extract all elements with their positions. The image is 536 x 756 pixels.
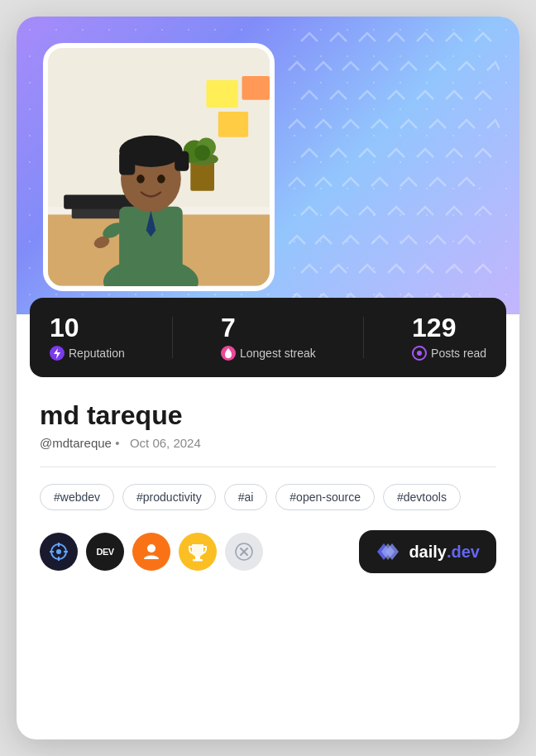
stat-posts: 129 Posts read (412, 314, 486, 361)
profile-name: md tareque (40, 400, 496, 431)
posts-label: Posts read (412, 346, 486, 361)
tags-container: #webdev #productivity #ai #open-source #… (40, 484, 496, 510)
trophy-badge[interactable] (179, 533, 217, 571)
tag-devtools[interactable]: #devtools (383, 484, 461, 510)
profile-info: md tareque @mdtareque • Oct 06, 2024 #we… (17, 394, 519, 739)
stats-bar: 10 Reputation 7 Longest streak (30, 298, 506, 377)
dailydev-daily-label: daily (409, 543, 447, 562)
svg-rect-23 (242, 76, 270, 100)
dailydev-logo[interactable]: daily.dev (359, 530, 496, 573)
streak-value: 7 (221, 314, 236, 341)
tag-ai[interactable]: #ai (224, 484, 268, 510)
svg-rect-24 (218, 112, 248, 137)
dailydev-brand-text: daily.dev (409, 543, 480, 562)
reputation-value: 10 (50, 314, 79, 341)
dev-badge[interactable]: DEV (86, 533, 124, 571)
x-badge[interactable] (225, 533, 263, 571)
svg-marker-25 (54, 348, 60, 359)
dailydev-chevron-icon (376, 540, 402, 563)
profile-card: 10 Reputation 7 Longest streak (17, 17, 519, 739)
section-divider (40, 467, 496, 467)
stat-reputation: 10 Reputation (50, 314, 125, 361)
flame-icon (221, 346, 236, 361)
tag-open-source[interactable]: #open-source (275, 484, 375, 510)
svg-rect-22 (206, 80, 237, 108)
svg-point-32 (147, 544, 156, 553)
svg-point-27 (56, 549, 61, 554)
avatar (43, 43, 275, 291)
dailydev-dev-label: .dev (447, 543, 480, 562)
profile-username: @mdtareque (40, 436, 112, 450)
crosshair-badge[interactable] (40, 533, 78, 571)
posts-icon (412, 346, 427, 361)
stat-divider-1 (172, 317, 173, 358)
stat-divider-2 (363, 317, 364, 358)
person-badge[interactable] (132, 533, 170, 571)
profile-meta: @mdtareque • Oct 06, 2024 (40, 436, 496, 450)
tag-webdev[interactable]: #webdev (40, 484, 114, 510)
badges-row: DEV (40, 530, 496, 573)
svg-rect-15 (119, 151, 135, 175)
header-banner (17, 17, 519, 314)
meta-separator: • (115, 436, 122, 450)
svg-point-9 (194, 145, 210, 160)
svg-point-17 (136, 175, 145, 184)
streak-label: Longest streak (221, 346, 316, 361)
svg-point-18 (157, 175, 165, 184)
stat-streak: 7 Longest streak (221, 314, 316, 361)
posts-value: 129 (412, 314, 456, 341)
reputation-label: Reputation (50, 346, 125, 361)
svg-rect-16 (175, 151, 189, 171)
badges-list: DEV (40, 533, 263, 571)
profile-joined: Oct 06, 2024 (130, 436, 201, 450)
lightning-icon (50, 346, 65, 361)
tag-productivity[interactable]: #productivity (122, 484, 216, 510)
svg-rect-34 (193, 559, 203, 562)
